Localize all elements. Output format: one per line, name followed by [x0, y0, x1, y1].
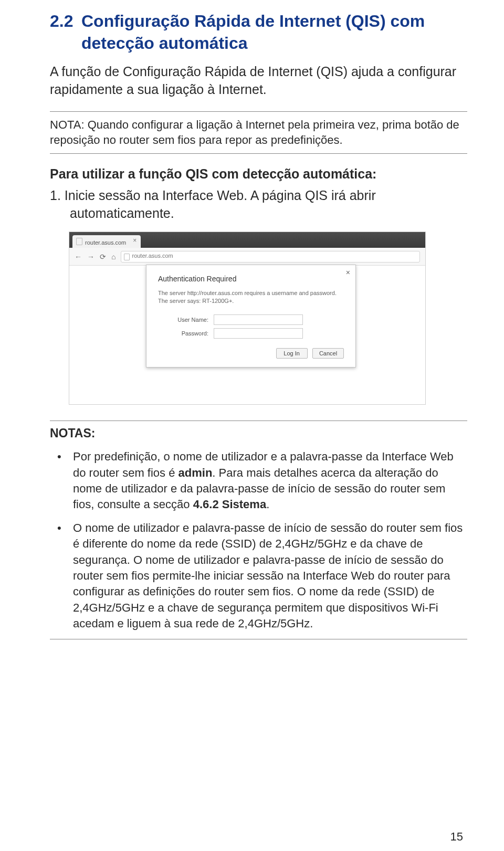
username-input[interactable] — [214, 314, 303, 325]
browser-tab[interactable]: router.asus.com × — [72, 235, 141, 248]
notas-item-1: Por predefinição, o nome de utilizador e… — [50, 449, 467, 512]
password-input[interactable] — [214, 328, 303, 339]
step-1: 1. Inicie sessão na Interface Web. A pág… — [50, 187, 467, 223]
divider — [50, 639, 467, 639]
page-number: 15 — [450, 830, 463, 844]
heading-number: 2.2 — [50, 10, 81, 31]
note-block: NOTA: Quando configurar a ligação à Inte… — [50, 117, 467, 148]
section-heading: 2.2Configuração Rápida de Internet (QIS)… — [50, 10, 467, 54]
reload-icon[interactable]: ⟳ — [100, 253, 106, 261]
address-bar[interactable]: router.asus.com — [121, 251, 420, 262]
login-button[interactable]: Log In — [276, 348, 308, 359]
notas-list: Por predefinição, o nome de utilizador e… — [50, 449, 467, 632]
back-icon[interactable]: ← — [75, 253, 82, 261]
note-label: NOTA — [50, 118, 81, 131]
password-row: Password: — [158, 328, 344, 339]
browser-tabbar: router.asus.com × — [69, 232, 425, 248]
forward-icon[interactable]: → — [87, 253, 94, 261]
divider — [50, 421, 467, 421]
home-icon[interactable]: ⌂ — [111, 253, 116, 261]
url-text: router.asus.com — [132, 253, 173, 259]
notas-item-2: O nome de utilizador e palavra-passe de … — [50, 520, 467, 632]
browser-screenshot: router.asus.com × ← → ⟳ ⌂ router.asus.co… — [69, 232, 426, 405]
username-row: User Name: — [158, 314, 344, 325]
dialog-title: Authentication Required — [158, 275, 344, 283]
close-icon[interactable]: × — [133, 237, 136, 244]
tab-title: router.asus.com — [85, 239, 126, 246]
intro-paragraph: A função de Configuração Rápida de Inter… — [50, 63, 467, 99]
password-label: Password: — [158, 330, 208, 337]
auth-dialog: × Authentication Required The server htt… — [146, 265, 356, 367]
divider — [50, 111, 467, 112]
heading-line1: Configuração Rápida de Internet (QIS) co… — [81, 10, 449, 31]
divider — [50, 153, 467, 154]
dialog-buttons: Log In Cancel — [158, 348, 344, 359]
notas-heading: NOTAS: — [50, 426, 467, 440]
qis-subheading: Para utilizar a função QIS com detecção … — [50, 166, 467, 182]
note-text: : Quando configurar a ligação à Internet… — [50, 118, 459, 147]
username-label: User Name: — [158, 317, 208, 323]
dialog-message: The server http://router.asus.com requir… — [158, 289, 344, 305]
cancel-button[interactable]: Cancel — [312, 348, 344, 359]
close-icon[interactable]: × — [346, 268, 350, 277]
browser-toolbar: ← → ⟳ ⌂ router.asus.com — [69, 248, 425, 266]
heading-line2: detecção automática — [50, 33, 467, 54]
